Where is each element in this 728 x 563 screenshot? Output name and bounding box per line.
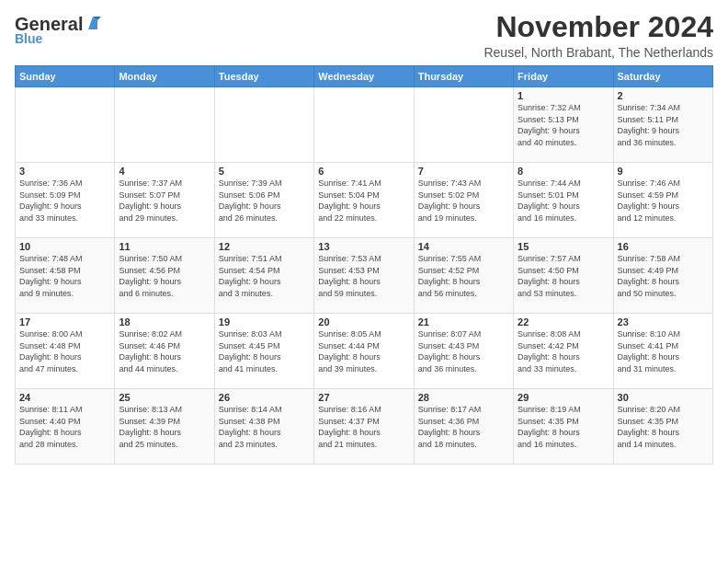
calendar-cell: 18Sunrise: 8:02 AM Sunset: 4:46 PM Dayli… — [115, 314, 214, 389]
day-info: Sunrise: 8:10 AM Sunset: 4:41 PM Dayligh… — [618, 328, 709, 374]
day-info: Sunrise: 8:00 AM Sunset: 4:48 PM Dayligh… — [19, 328, 110, 374]
calendar-cell — [115, 87, 214, 163]
day-number: 23 — [618, 316, 709, 327]
day-info: Sunrise: 8:05 AM Sunset: 4:44 PM Dayligh… — [318, 328, 409, 374]
header: General Blue November 2024 Reusel, North… — [15, 11, 713, 60]
day-number: 15 — [518, 241, 609, 252]
day-info: Sunrise: 7:48 AM Sunset: 4:58 PM Dayligh… — [19, 253, 110, 299]
day-number: 26 — [219, 392, 310, 403]
day-info: Sunrise: 7:43 AM Sunset: 5:02 PM Dayligh… — [418, 178, 509, 224]
col-monday: Monday — [115, 66, 214, 87]
day-number: 8 — [518, 166, 609, 177]
day-info: Sunrise: 7:34 AM Sunset: 5:11 PM Dayligh… — [618, 102, 709, 148]
day-info: Sunrise: 8:13 AM Sunset: 4:39 PM Dayligh… — [119, 404, 210, 450]
day-info: Sunrise: 8:19 AM Sunset: 4:35 PM Dayligh… — [518, 404, 609, 450]
calendar-cell: 29Sunrise: 8:19 AM Sunset: 4:35 PM Dayli… — [514, 389, 613, 465]
col-saturday: Saturday — [613, 66, 712, 87]
calendar-week-row-2: 10Sunrise: 7:48 AM Sunset: 4:58 PM Dayli… — [16, 238, 713, 314]
logo-icon — [85, 15, 101, 31]
calendar-cell: 30Sunrise: 8:20 AM Sunset: 4:35 PM Dayli… — [613, 389, 712, 465]
day-number: 16 — [618, 241, 709, 252]
calendar-cell: 25Sunrise: 8:13 AM Sunset: 4:39 PM Dayli… — [115, 389, 214, 465]
calendar-cell: 6Sunrise: 7:41 AM Sunset: 5:04 PM Daylig… — [314, 163, 414, 238]
day-info: Sunrise: 7:39 AM Sunset: 5:06 PM Dayligh… — [219, 178, 310, 224]
calendar-cell: 1Sunrise: 7:32 AM Sunset: 5:13 PM Daylig… — [514, 87, 613, 163]
day-info: Sunrise: 7:37 AM Sunset: 5:07 PM Dayligh… — [119, 178, 210, 224]
calendar-cell: 9Sunrise: 7:46 AM Sunset: 4:59 PM Daylig… — [613, 163, 712, 238]
day-number: 9 — [618, 166, 709, 177]
day-number: 11 — [119, 241, 210, 252]
day-info: Sunrise: 7:36 AM Sunset: 5:09 PM Dayligh… — [19, 178, 110, 224]
calendar-cell: 2Sunrise: 7:34 AM Sunset: 5:11 PM Daylig… — [613, 87, 712, 163]
logo-blue: Blue — [15, 31, 42, 46]
calendar-cell: 5Sunrise: 7:39 AM Sunset: 5:06 PM Daylig… — [214, 163, 313, 238]
calendar-cell: 19Sunrise: 8:03 AM Sunset: 4:45 PM Dayli… — [214, 314, 313, 389]
calendar-week-row-4: 24Sunrise: 8:11 AM Sunset: 4:40 PM Dayli… — [16, 389, 713, 465]
day-info: Sunrise: 8:03 AM Sunset: 4:45 PM Dayligh… — [219, 328, 310, 374]
day-info: Sunrise: 7:58 AM Sunset: 4:49 PM Dayligh… — [618, 253, 709, 299]
calendar-cell: 16Sunrise: 7:58 AM Sunset: 4:49 PM Dayli… — [613, 238, 712, 314]
calendar-cell: 24Sunrise: 8:11 AM Sunset: 4:40 PM Dayli… — [16, 389, 115, 465]
calendar-cell — [214, 87, 313, 163]
location-title: Reusel, North Brabant, The Netherlands — [483, 45, 713, 60]
calendar-cell: 15Sunrise: 7:57 AM Sunset: 4:50 PM Dayli… — [514, 238, 613, 314]
day-info: Sunrise: 8:02 AM Sunset: 4:46 PM Dayligh… — [119, 328, 210, 374]
day-info: Sunrise: 7:44 AM Sunset: 5:01 PM Dayligh… — [518, 178, 609, 224]
day-number: 5 — [219, 166, 310, 177]
day-info: Sunrise: 7:53 AM Sunset: 4:53 PM Dayligh… — [318, 253, 409, 299]
logo: General Blue — [15, 15, 101, 46]
day-number: 18 — [119, 316, 210, 327]
calendar-cell: 13Sunrise: 7:53 AM Sunset: 4:53 PM Dayli… — [314, 238, 414, 314]
day-number: 20 — [318, 316, 409, 327]
calendar-cell: 7Sunrise: 7:43 AM Sunset: 5:02 PM Daylig… — [414, 163, 513, 238]
day-number: 12 — [219, 241, 310, 252]
calendar-cell: 14Sunrise: 7:55 AM Sunset: 4:52 PM Dayli… — [414, 238, 513, 314]
col-wednesday: Wednesday — [314, 66, 414, 87]
page: General Blue November 2024 Reusel, North… — [0, 0, 728, 563]
calendar-cell: 3Sunrise: 7:36 AM Sunset: 5:09 PM Daylig… — [16, 163, 115, 238]
day-info: Sunrise: 8:16 AM Sunset: 4:37 PM Dayligh… — [318, 404, 409, 450]
day-info: Sunrise: 8:20 AM Sunset: 4:35 PM Dayligh… — [618, 404, 709, 450]
day-info: Sunrise: 7:51 AM Sunset: 4:54 PM Dayligh… — [219, 253, 310, 299]
calendar-cell: 12Sunrise: 7:51 AM Sunset: 4:54 PM Dayli… — [214, 238, 313, 314]
day-number: 6 — [318, 166, 409, 177]
col-thursday: Thursday — [414, 66, 513, 87]
day-info: Sunrise: 7:50 AM Sunset: 4:56 PM Dayligh… — [119, 253, 210, 299]
calendar-cell: 4Sunrise: 7:37 AM Sunset: 5:07 PM Daylig… — [115, 163, 214, 238]
day-number: 28 — [418, 392, 509, 403]
day-number: 27 — [318, 392, 409, 403]
calendar-cell: 27Sunrise: 8:16 AM Sunset: 4:37 PM Dayli… — [314, 389, 414, 465]
calendar-cell: 21Sunrise: 8:07 AM Sunset: 4:43 PM Dayli… — [414, 314, 513, 389]
calendar-cell: 10Sunrise: 7:48 AM Sunset: 4:58 PM Dayli… — [16, 238, 115, 314]
calendar-cell: 20Sunrise: 8:05 AM Sunset: 4:44 PM Dayli… — [314, 314, 414, 389]
calendar-cell: 8Sunrise: 7:44 AM Sunset: 5:01 PM Daylig… — [514, 163, 613, 238]
month-title: November 2024 — [483, 11, 713, 43]
day-number: 24 — [19, 392, 110, 403]
calendar-cell: 17Sunrise: 8:00 AM Sunset: 4:48 PM Dayli… — [16, 314, 115, 389]
day-info: Sunrise: 7:57 AM Sunset: 4:50 PM Dayligh… — [518, 253, 609, 299]
calendar-week-row-3: 17Sunrise: 8:00 AM Sunset: 4:48 PM Dayli… — [16, 314, 713, 389]
day-number: 7 — [418, 166, 509, 177]
day-info: Sunrise: 7:41 AM Sunset: 5:04 PM Dayligh… — [318, 178, 409, 224]
col-tuesday: Tuesday — [214, 66, 313, 87]
calendar-cell: 26Sunrise: 8:14 AM Sunset: 4:38 PM Dayli… — [214, 389, 313, 465]
day-number: 29 — [518, 392, 609, 403]
day-number: 17 — [19, 316, 110, 327]
day-number: 19 — [219, 316, 310, 327]
calendar-cell: 28Sunrise: 8:17 AM Sunset: 4:36 PM Dayli… — [414, 389, 513, 465]
col-sunday: Sunday — [16, 66, 115, 87]
day-number: 1 — [518, 90, 609, 101]
day-number: 3 — [19, 166, 110, 177]
day-info: Sunrise: 8:14 AM Sunset: 4:38 PM Dayligh… — [219, 404, 310, 450]
day-number: 25 — [119, 392, 210, 403]
day-info: Sunrise: 8:08 AM Sunset: 4:42 PM Dayligh… — [518, 328, 609, 374]
day-info: Sunrise: 7:32 AM Sunset: 5:13 PM Dayligh… — [518, 102, 609, 148]
calendar-cell: 22Sunrise: 8:08 AM Sunset: 4:42 PM Dayli… — [514, 314, 613, 389]
calendar-header-row: Sunday Monday Tuesday Wednesday Thursday… — [16, 66, 713, 87]
calendar-cell — [16, 87, 115, 163]
day-info: Sunrise: 8:07 AM Sunset: 4:43 PM Dayligh… — [418, 328, 509, 374]
day-number: 10 — [19, 241, 110, 252]
day-info: Sunrise: 7:55 AM Sunset: 4:52 PM Dayligh… — [418, 253, 509, 299]
title-block: November 2024 Reusel, North Brabant, The… — [483, 11, 713, 60]
day-number: 21 — [418, 316, 509, 327]
